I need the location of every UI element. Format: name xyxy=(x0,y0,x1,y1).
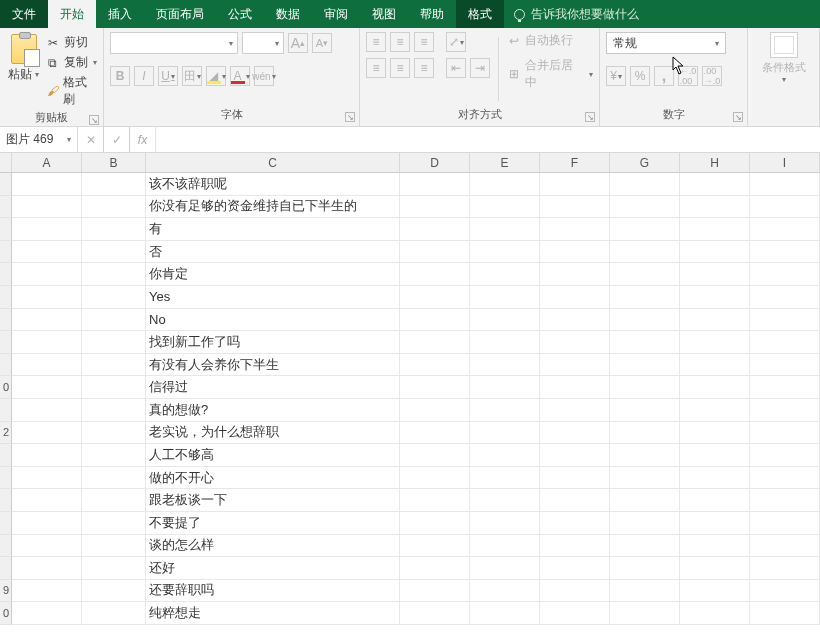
cell[interactable] xyxy=(610,309,680,332)
cell[interactable] xyxy=(540,354,610,377)
cell[interactable] xyxy=(400,444,470,467)
cell[interactable] xyxy=(82,444,146,467)
cancel-formula-button[interactable]: ✕ xyxy=(78,127,104,152)
cell[interactable] xyxy=(12,535,82,558)
cell[interactable] xyxy=(610,489,680,512)
font-color-button[interactable]: A ▾ xyxy=(230,66,250,86)
cell[interactable] xyxy=(540,376,610,399)
shrink-font-button[interactable]: A▾ xyxy=(312,33,332,53)
font-size-combo[interactable]: ▾ xyxy=(242,32,284,54)
cell[interactable] xyxy=(610,331,680,354)
italic-button[interactable]: I xyxy=(134,66,154,86)
tab-review[interactable]: 审阅 xyxy=(312,0,360,28)
cell[interactable]: 信得过 xyxy=(146,376,400,399)
tab-data[interactable]: 数据 xyxy=(264,0,312,28)
orientation-button[interactable]: ⤢▾ xyxy=(446,32,466,52)
row-header[interactable]: 0 xyxy=(0,602,12,625)
percent-button[interactable]: % xyxy=(630,66,650,86)
cell[interactable] xyxy=(610,467,680,490)
cell[interactable] xyxy=(82,263,146,286)
cell[interactable] xyxy=(82,331,146,354)
cell[interactable] xyxy=(400,196,470,219)
tab-layout[interactable]: 页面布局 xyxy=(144,0,216,28)
cell[interactable] xyxy=(750,422,820,445)
formula-input[interactable] xyxy=(162,133,814,147)
cell[interactable] xyxy=(400,173,470,196)
cell[interactable] xyxy=(470,331,540,354)
cell[interactable]: No xyxy=(146,309,400,332)
comma-button[interactable]: , xyxy=(654,66,674,86)
cell[interactable] xyxy=(12,196,82,219)
cell[interactable] xyxy=(12,602,82,625)
cell[interactable] xyxy=(470,422,540,445)
cell[interactable] xyxy=(610,263,680,286)
row-header[interactable] xyxy=(0,309,12,332)
cell[interactable]: 该不该辞职呢 xyxy=(146,173,400,196)
cell[interactable] xyxy=(680,354,750,377)
cell[interactable] xyxy=(12,376,82,399)
cell[interactable] xyxy=(750,535,820,558)
cell[interactable] xyxy=(750,376,820,399)
cell[interactable] xyxy=(470,467,540,490)
paste-icon[interactable] xyxy=(11,34,37,64)
cell[interactable] xyxy=(680,196,750,219)
cell[interactable] xyxy=(82,467,146,490)
cell[interactable] xyxy=(540,218,610,241)
cell[interactable] xyxy=(400,512,470,535)
cell[interactable] xyxy=(610,196,680,219)
cell[interactable] xyxy=(610,286,680,309)
cell[interactable]: 有没有人会养你下半生 xyxy=(146,354,400,377)
align-left-button[interactable]: ≡ xyxy=(366,58,386,78)
cell[interactable] xyxy=(12,512,82,535)
cell[interactable]: 真的想做? xyxy=(146,399,400,422)
cell[interactable] xyxy=(400,286,470,309)
cell[interactable] xyxy=(400,218,470,241)
cell[interactable] xyxy=(470,557,540,580)
cell[interactable] xyxy=(12,557,82,580)
cell[interactable] xyxy=(680,557,750,580)
fill-color-button[interactable]: ◢ ▾ xyxy=(206,66,226,86)
cell[interactable] xyxy=(82,602,146,625)
cell[interactable] xyxy=(540,489,610,512)
cell[interactable] xyxy=(400,489,470,512)
clipboard-launcher[interactable]: ↘ xyxy=(89,115,99,125)
cell[interactable] xyxy=(400,354,470,377)
row-header[interactable] xyxy=(0,399,12,422)
cell[interactable] xyxy=(82,354,146,377)
cell[interactable] xyxy=(470,173,540,196)
cell[interactable] xyxy=(610,557,680,580)
row-header[interactable] xyxy=(0,535,12,558)
cell[interactable] xyxy=(12,354,82,377)
cell[interactable] xyxy=(610,444,680,467)
enter-formula-button[interactable]: ✓ xyxy=(104,127,130,152)
row-header[interactable] xyxy=(0,241,12,264)
cell[interactable] xyxy=(680,489,750,512)
cell[interactable] xyxy=(400,263,470,286)
cell[interactable] xyxy=(470,512,540,535)
cell[interactable] xyxy=(680,467,750,490)
name-box[interactable]: 图片 469 ▾ xyxy=(0,127,78,152)
cell[interactable] xyxy=(680,444,750,467)
cell[interactable] xyxy=(12,399,82,422)
cell[interactable] xyxy=(400,580,470,603)
cell[interactable]: 不要提了 xyxy=(146,512,400,535)
cell[interactable] xyxy=(470,602,540,625)
row-header[interactable] xyxy=(0,263,12,286)
cell[interactable] xyxy=(540,444,610,467)
cell[interactable] xyxy=(750,602,820,625)
cell[interactable] xyxy=(470,444,540,467)
cell[interactable] xyxy=(680,241,750,264)
grow-font-button[interactable]: A▴ xyxy=(288,33,308,53)
copy-button[interactable]: ⧉ 复制▾ xyxy=(46,54,97,71)
cell[interactable] xyxy=(610,535,680,558)
cell[interactable] xyxy=(680,173,750,196)
row-header[interactable] xyxy=(0,173,12,196)
tab-insert[interactable]: 插入 xyxy=(96,0,144,28)
cell[interactable] xyxy=(540,580,610,603)
cell[interactable]: 还要辞职吗 xyxy=(146,580,400,603)
cell[interactable] xyxy=(540,399,610,422)
align-middle-button[interactable]: ≡ xyxy=(390,32,410,52)
cut-button[interactable]: ✂ 剪切 xyxy=(46,34,97,51)
cell[interactable] xyxy=(470,535,540,558)
cell[interactable] xyxy=(470,309,540,332)
